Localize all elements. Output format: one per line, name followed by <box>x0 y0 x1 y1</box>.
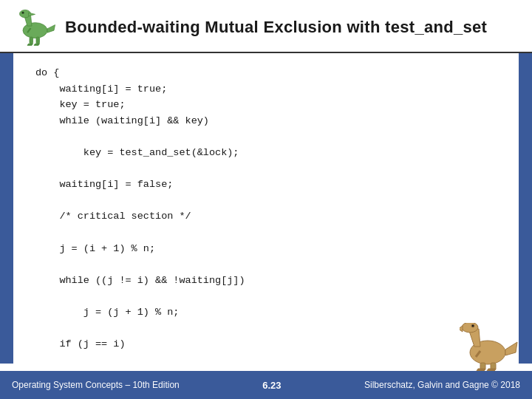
svg-marker-3 <box>29 13 35 16</box>
main-content: do { waiting[i] = true; key = true; whil… <box>0 53 532 364</box>
footer-course-label: Operating System Concepts – 10th Edition <box>12 380 180 390</box>
svg-marker-14 <box>460 326 463 332</box>
svg-rect-7 <box>36 37 40 44</box>
dino-bottom-icon <box>460 323 519 371</box>
svg-marker-9 <box>34 44 40 45</box>
footer-page-number: 6.23 <box>262 380 281 391</box>
svg-marker-8 <box>27 44 33 45</box>
code-area: do { waiting[i] = true; key = true; whil… <box>13 53 532 364</box>
svg-point-4 <box>22 12 24 14</box>
svg-point-15 <box>471 324 474 327</box>
footer-copyright: Silberschatz, Galvin and Gagne © 2018 <box>364 380 520 390</box>
header: Bounded-waiting Mutual Exclusion with te… <box>0 0 532 53</box>
page-title: Bounded-waiting Mutual Exclusion with te… <box>65 18 487 37</box>
svg-point-13 <box>462 323 478 332</box>
footer: Operating System Concepts – 10th Edition… <box>0 371 532 399</box>
right-accent-bar <box>519 53 532 364</box>
left-accent-bar <box>0 53 13 364</box>
svg-rect-6 <box>30 37 33 44</box>
dino-top-icon <box>12 9 56 46</box>
svg-marker-16 <box>505 342 517 355</box>
code-block: do { waiting[i] = true; key = true; whil… <box>35 65 510 364</box>
svg-marker-5 <box>47 25 55 33</box>
svg-point-0 <box>23 23 47 38</box>
